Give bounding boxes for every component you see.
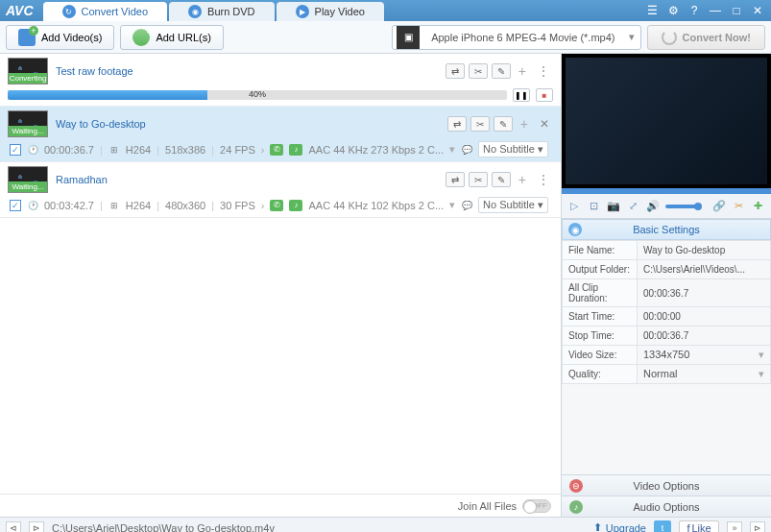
add-icon[interactable]: + bbox=[517, 116, 532, 132]
convert-now-button[interactable]: Convert Now! bbox=[647, 25, 766, 50]
subtitle-selector[interactable]: No Subtitle ▾ bbox=[478, 197, 548, 213]
file-path: C:\Users\Ariel\Desktop\Way to Go-desktop… bbox=[52, 522, 586, 533]
window-controls: ☰ ⚙ ? — □ ✕ bbox=[644, 4, 765, 17]
subtitle-selector[interactable]: No Subtitle ▾ bbox=[478, 141, 548, 157]
add-icon[interactable]: + bbox=[515, 172, 530, 187]
profile-label: Apple iPhone 6 MPEG-4 Movie (*.mp4) bbox=[423, 32, 622, 43]
add-icon[interactable]: + bbox=[515, 63, 530, 79]
prev-button[interactable]: ⊲ bbox=[6, 521, 21, 533]
stop-time-input[interactable] bbox=[643, 330, 764, 341]
wand-icon[interactable]: ✎ bbox=[492, 63, 511, 79]
file-item[interactable]: Waiting... Way to Go-desktop ⇄ ✂ ✎ + ✕ ✓… bbox=[0, 107, 561, 162]
play-button[interactable]: ▷ bbox=[567, 199, 581, 214]
output-folder-input[interactable] bbox=[643, 264, 764, 275]
facebook-like-button[interactable]: f Like bbox=[679, 520, 719, 533]
join-files-row: Join All Files OFF bbox=[0, 494, 561, 517]
remove-icon[interactable]: ⋮ bbox=[534, 173, 553, 186]
progress-bar: 40% bbox=[8, 90, 507, 100]
cut-icon[interactable]: ✂ bbox=[470, 116, 490, 132]
cut-icon[interactable]: ✂ bbox=[469, 63, 488, 79]
remove-icon[interactable]: ✕ bbox=[536, 117, 553, 131]
close-button[interactable]: ✕ bbox=[750, 4, 765, 17]
tab-play-video[interactable]: ▶ Play Video bbox=[277, 2, 384, 21]
checkbox[interactable]: ✓ bbox=[10, 200, 21, 211]
gear-icon[interactable]: ⚙ bbox=[665, 4, 681, 17]
label: Start Time: bbox=[563, 307, 638, 326]
preview-panel: ▷ ⊡ 📷 ⤢ 🔊 🔗 ✂ ✚ ◉ Basic Settings File Na… bbox=[562, 54, 771, 517]
checkbox[interactable]: ✓ bbox=[10, 144, 21, 156]
upgrade-link[interactable]: ⬆ Upgrade bbox=[593, 521, 646, 532]
refresh-icon bbox=[662, 30, 677, 45]
resolution: 480x360 bbox=[165, 200, 205, 211]
volume-slider[interactable] bbox=[665, 205, 700, 208]
twitter-button[interactable]: t bbox=[654, 520, 671, 533]
tab-label: Burn DVD bbox=[207, 6, 255, 17]
scissors-icon[interactable]: ✂ bbox=[732, 199, 745, 214]
wand-icon[interactable]: ✎ bbox=[494, 116, 513, 132]
fps: 30 FPS bbox=[220, 200, 255, 211]
label: Audio Options bbox=[633, 501, 699, 513]
statusbar: ⊲ ⊳ C:\Users\Ariel\Desktop\Way to Go-des… bbox=[0, 517, 771, 532]
volume-icon[interactable]: 🔊 bbox=[646, 199, 660, 214]
stop-button[interactable]: ■ bbox=[536, 88, 553, 102]
thumbnail: Converting bbox=[8, 58, 48, 85]
audio-icon: ♪ bbox=[569, 500, 583, 514]
clock-icon: 🕐 bbox=[27, 144, 38, 156]
add-urls-button[interactable]: Add URL(s) bbox=[120, 25, 223, 50]
add-videos-button[interactable]: Add Video(s) bbox=[6, 25, 114, 50]
header-label: Basic Settings bbox=[633, 224, 700, 235]
toolbar: Add Video(s) Add URL(s) ▣ Apple iPhone 6… bbox=[0, 21, 771, 54]
quality-select[interactable]: Normal▾ bbox=[638, 365, 771, 384]
play-icon: ▶ bbox=[296, 5, 309, 18]
file-item[interactable]: Converting Test raw footage ⇄ ✂ ✎ + ⋮ 40… bbox=[0, 54, 561, 107]
snapshot-icon[interactable]: 📷 bbox=[607, 199, 620, 214]
button-label: Add URL(s) bbox=[156, 32, 210, 43]
menu-icon[interactable]: ☰ bbox=[644, 4, 660, 17]
maximize-button[interactable]: □ bbox=[729, 4, 744, 17]
clip-duration: 00:00:36.7 bbox=[638, 279, 771, 307]
audio-info: AAC 44 KHz 273 Kbps 2 C... bbox=[308, 144, 444, 156]
collapse-button[interactable]: » bbox=[727, 521, 742, 533]
codec: H264 bbox=[126, 200, 151, 211]
expand-icon[interactable]: ⤢ bbox=[626, 199, 639, 214]
link-icon[interactable]: 🔗 bbox=[712, 199, 726, 214]
video-options-header[interactable]: ⊖ Video Options bbox=[562, 474, 771, 496]
main-tabs: ↻ Convert Video ◉ Burn DVD ▶ Play Video bbox=[43, 0, 644, 21]
label: File Name: bbox=[563, 241, 638, 260]
next-button[interactable]: ⊳ bbox=[29, 521, 44, 533]
cut-icon[interactable]: ✂ bbox=[469, 172, 488, 187]
audio-options-header[interactable]: ♪ Audio Options bbox=[562, 496, 771, 517]
status-badge: Waiting... bbox=[9, 181, 47, 192]
resolution: 518x386 bbox=[165, 144, 205, 156]
tab-burn-dvd[interactable]: ◉ Burn DVD bbox=[169, 2, 275, 21]
swap-icon[interactable]: ⇄ bbox=[446, 63, 465, 79]
globe-icon: ◉ bbox=[568, 223, 582, 236]
swap-icon[interactable]: ⇄ bbox=[446, 172, 465, 187]
video-size-select[interactable]: 1334x750▾ bbox=[638, 346, 771, 365]
status-badge: Converting bbox=[9, 73, 47, 84]
label: Quality: bbox=[563, 365, 638, 384]
film-icon: ⊞ bbox=[108, 144, 120, 156]
add-video-icon bbox=[18, 29, 36, 46]
tab-convert-video[interactable]: ↻ Convert Video bbox=[43, 2, 168, 21]
output-profile-selector[interactable]: ▣ Apple iPhone 6 MPEG-4 Movie (*.mp4) ▾ bbox=[392, 25, 640, 50]
upgrade-icon: ⬆ bbox=[593, 521, 602, 532]
pause-button[interactable]: ❚❚ bbox=[513, 88, 530, 102]
convert-icon: ↻ bbox=[62, 5, 76, 18]
video-preview[interactable] bbox=[562, 54, 771, 188]
swap-icon[interactable]: ⇄ bbox=[447, 116, 467, 132]
basic-settings-header[interactable]: ◉ Basic Settings bbox=[562, 219, 771, 240]
join-toggle[interactable]: OFF bbox=[522, 499, 551, 513]
help-icon[interactable]: ? bbox=[687, 4, 702, 17]
wand-icon[interactable]: ✎ bbox=[492, 172, 511, 187]
thumbnail: Waiting... bbox=[8, 110, 48, 137]
minimize-button[interactable]: — bbox=[708, 4, 723, 17]
crop-icon[interactable]: ✚ bbox=[751, 199, 764, 214]
filename-input[interactable] bbox=[643, 245, 764, 255]
remove-icon[interactable]: ⋮ bbox=[534, 64, 553, 78]
file-title: Way to Go-desktop bbox=[56, 118, 440, 130]
start-time-input[interactable] bbox=[643, 311, 764, 322]
stop-button[interactable]: ⊡ bbox=[587, 199, 600, 214]
file-item[interactable]: Waiting... Ramadhan ⇄ ✂ ✎ + ⋮ ✓ 🕐 00:03:… bbox=[0, 162, 561, 218]
expand-button[interactable]: ⊳ bbox=[750, 521, 765, 533]
